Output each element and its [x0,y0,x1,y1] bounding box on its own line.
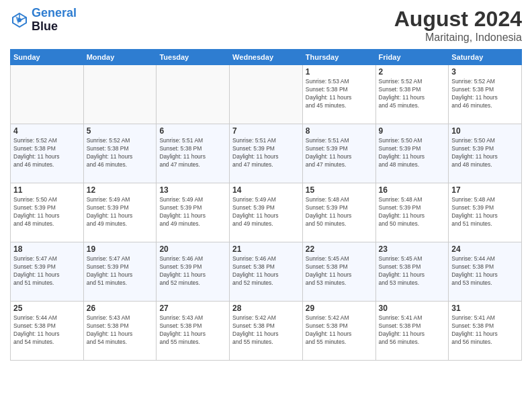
day-number: 11 [13,185,81,195]
day-info: Sunrise: 5:41 AM Sunset: 5:38 PM Dayligh… [379,314,446,347]
calendar-cell: 1Sunrise: 5:53 AM Sunset: 5:38 PM Daylig… [302,65,375,124]
calendar-cell: 11Sunrise: 5:50 AM Sunset: 5:39 PM Dayli… [11,183,84,242]
calendar-cell: 16Sunrise: 5:48 AM Sunset: 5:39 PM Dayli… [375,183,449,242]
day-info: Sunrise: 5:45 AM Sunset: 5:38 PM Dayligh… [379,255,446,287]
calendar-cell: 29Sunrise: 5:42 AM Sunset: 5:38 PM Dayli… [302,302,375,361]
calendar-cell [11,65,84,124]
day-info: Sunrise: 5:52 AM Sunset: 5:38 PM Dayligh… [379,78,446,110]
logo-icon [10,11,29,30]
col-friday: Friday [375,50,449,65]
calendar-cell: 21Sunrise: 5:46 AM Sunset: 5:38 PM Dayli… [230,242,303,302]
day-info: Sunrise: 5:42 AM Sunset: 5:38 PM Dayligh… [232,314,300,347]
day-info: Sunrise: 5:43 AM Sunset: 5:38 PM Dayligh… [87,314,154,347]
day-number: 6 [159,126,226,136]
day-number: 30 [379,304,446,313]
calendar-cell: 31Sunrise: 5:41 AM Sunset: 5:38 PM Dayli… [449,302,522,361]
day-number: 7 [232,126,300,136]
day-info: Sunrise: 5:48 AM Sunset: 5:39 PM Dayligh… [451,196,519,228]
calendar-cell: 27Sunrise: 5:43 AM Sunset: 5:38 PM Dayli… [157,302,230,361]
calendar-cell: 4Sunrise: 5:52 AM Sunset: 5:38 PM Daylig… [11,124,84,183]
day-number: 14 [232,185,300,195]
calendar-cell: 13Sunrise: 5:49 AM Sunset: 5:39 PM Dayli… [157,183,230,242]
calendar-cell: 22Sunrise: 5:45 AM Sunset: 5:38 PM Dayli… [302,242,375,302]
day-info: Sunrise: 5:51 AM Sunset: 5:38 PM Dayligh… [159,137,226,169]
day-info: Sunrise: 5:48 AM Sunset: 5:39 PM Dayligh… [306,196,373,228]
calendar-cell: 25Sunrise: 5:44 AM Sunset: 5:38 PM Dayli… [11,302,84,361]
day-number: 23 [379,244,446,254]
day-number: 21 [232,244,300,254]
calendar-cell: 23Sunrise: 5:45 AM Sunset: 5:38 PM Dayli… [375,242,449,302]
day-info: Sunrise: 5:49 AM Sunset: 5:39 PM Dayligh… [232,196,300,228]
day-number: 10 [451,126,519,136]
week-row-5: 25Sunrise: 5:44 AM Sunset: 5:38 PM Dayli… [11,302,522,361]
day-info: Sunrise: 5:41 AM Sunset: 5:38 PM Dayligh… [451,314,519,347]
day-info: Sunrise: 5:49 AM Sunset: 5:39 PM Dayligh… [159,196,226,228]
calendar-cell: 28Sunrise: 5:42 AM Sunset: 5:38 PM Dayli… [230,302,303,361]
day-info: Sunrise: 5:53 AM Sunset: 5:38 PM Dayligh… [306,78,373,110]
calendar-cell: 15Sunrise: 5:48 AM Sunset: 5:39 PM Dayli… [302,183,375,242]
day-number: 31 [451,304,519,313]
logo: GeneralBlue [10,7,77,34]
calendar-cell: 24Sunrise: 5:44 AM Sunset: 5:38 PM Dayli… [449,242,522,302]
day-info: Sunrise: 5:42 AM Sunset: 5:38 PM Dayligh… [306,314,373,347]
calendar-cell: 12Sunrise: 5:49 AM Sunset: 5:39 PM Dayli… [83,183,157,242]
col-sunday: Sunday [11,50,84,65]
day-info: Sunrise: 5:46 AM Sunset: 5:38 PM Dayligh… [232,255,300,287]
col-thursday: Thursday [302,50,375,65]
logo-text: GeneralBlue [32,7,77,34]
header-row: Sunday Monday Tuesday Wednesday Thursday… [11,50,522,65]
day-number: 25 [13,304,81,313]
day-info: Sunrise: 5:51 AM Sunset: 5:39 PM Dayligh… [306,137,373,169]
day-number: 27 [159,304,226,313]
day-number: 29 [306,304,373,313]
day-number: 12 [87,185,154,195]
day-info: Sunrise: 5:47 AM Sunset: 5:39 PM Dayligh… [87,255,154,287]
day-info: Sunrise: 5:44 AM Sunset: 5:38 PM Dayligh… [451,255,519,287]
calendar-table: Sunday Monday Tuesday Wednesday Thursday… [10,49,522,361]
calendar-cell: 26Sunrise: 5:43 AM Sunset: 5:38 PM Dayli… [83,302,157,361]
main-title: August 2024 [394,7,522,32]
day-info: Sunrise: 5:52 AM Sunset: 5:38 PM Dayligh… [87,137,154,169]
day-number: 13 [159,185,226,195]
week-row-2: 4Sunrise: 5:52 AM Sunset: 5:38 PM Daylig… [11,124,522,183]
calendar-cell: 6Sunrise: 5:51 AM Sunset: 5:38 PM Daylig… [157,124,230,183]
title-block: August 2024 Maritaing, Indonesia [394,7,522,44]
day-info: Sunrise: 5:43 AM Sunset: 5:38 PM Dayligh… [159,314,226,347]
day-number: 24 [451,244,519,254]
day-number: 17 [451,185,519,195]
calendar-cell: 20Sunrise: 5:46 AM Sunset: 5:39 PM Dayli… [157,242,230,302]
day-info: Sunrise: 5:52 AM Sunset: 5:38 PM Dayligh… [451,78,519,110]
week-row-1: 1Sunrise: 5:53 AM Sunset: 5:38 PM Daylig… [11,65,522,124]
calendar-cell: 17Sunrise: 5:48 AM Sunset: 5:39 PM Dayli… [449,183,522,242]
day-info: Sunrise: 5:51 AM Sunset: 5:39 PM Dayligh… [232,137,300,169]
calendar-cell: 19Sunrise: 5:47 AM Sunset: 5:39 PM Dayli… [83,242,157,302]
col-saturday: Saturday [449,50,522,65]
day-info: Sunrise: 5:46 AM Sunset: 5:39 PM Dayligh… [159,255,226,287]
calendar-cell [83,65,157,124]
calendar-cell: 18Sunrise: 5:47 AM Sunset: 5:39 PM Dayli… [11,242,84,302]
day-number: 19 [87,244,154,254]
calendar-cell: 9Sunrise: 5:50 AM Sunset: 5:39 PM Daylig… [375,124,449,183]
calendar-cell [157,65,230,124]
col-wednesday: Wednesday [230,50,303,65]
day-number: 18 [13,244,81,254]
calendar-cell: 8Sunrise: 5:51 AM Sunset: 5:39 PM Daylig… [302,124,375,183]
subtitle: Maritaing, Indonesia [394,32,522,44]
day-number: 3 [451,67,519,77]
day-info: Sunrise: 5:50 AM Sunset: 5:39 PM Dayligh… [379,137,446,169]
week-row-4: 18Sunrise: 5:47 AM Sunset: 5:39 PM Dayli… [11,242,522,302]
day-info: Sunrise: 5:49 AM Sunset: 5:39 PM Dayligh… [87,196,154,228]
day-number: 22 [306,244,373,254]
col-monday: Monday [83,50,157,65]
day-info: Sunrise: 5:44 AM Sunset: 5:38 PM Dayligh… [13,314,81,347]
day-number: 2 [379,67,446,77]
col-tuesday: Tuesday [157,50,230,65]
day-info: Sunrise: 5:50 AM Sunset: 5:39 PM Dayligh… [13,196,81,228]
calendar-cell: 3Sunrise: 5:52 AM Sunset: 5:38 PM Daylig… [449,65,522,124]
day-number: 5 [87,126,154,136]
calendar-cell: 14Sunrise: 5:49 AM Sunset: 5:39 PM Dayli… [230,183,303,242]
day-number: 4 [13,126,81,136]
day-info: Sunrise: 5:48 AM Sunset: 5:39 PM Dayligh… [379,196,446,228]
day-number: 16 [379,185,446,195]
day-number: 26 [87,304,154,313]
